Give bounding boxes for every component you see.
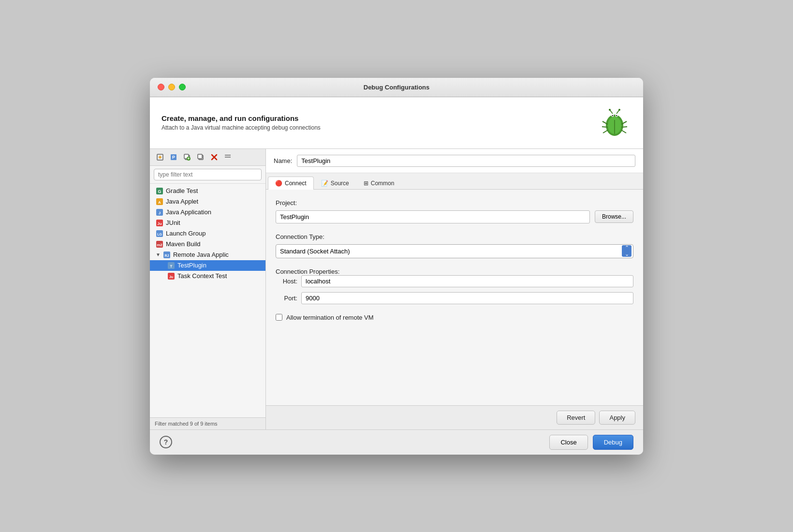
debug-bug-icon [598, 106, 631, 140]
maximize-traffic-light[interactable] [179, 84, 186, 90]
sidebar-item-gradle-test[interactable]: G Gradle Test [150, 186, 265, 196]
duplicate-button[interactable]: + [181, 152, 193, 163]
tab-label: Common [371, 180, 395, 187]
host-input[interactable] [301, 275, 633, 287]
sidebar-item-testplugin[interactable]: T TestPlugin [150, 260, 265, 271]
svg-line-10 [603, 130, 608, 133]
source-tab-icon: 📝 [321, 180, 328, 187]
tab-content-connect: Project: Browse... Connection Type: Stan… [266, 190, 643, 405]
titlebar: Debug Configurations [150, 78, 643, 97]
svg-text:Ju: Ju [169, 275, 173, 279]
sidebar-item-launch-group[interactable]: LG Launch Group [150, 228, 265, 239]
tab-source[interactable]: 📝 Source [314, 177, 356, 190]
debug-configurations-window: Debug Configurations Create, manage, and… [150, 78, 643, 455]
port-input[interactable] [301, 292, 633, 304]
sidebar-item-label: Gradle Test [166, 187, 198, 194]
tab-connect[interactable]: 🔴 Connect [268, 177, 314, 190]
sidebar-item-java-applet[interactable]: A Java Applet [150, 196, 265, 207]
new-config-type-button[interactable]: P [167, 152, 180, 163]
tab-label: Source [331, 180, 349, 187]
svg-text:LG: LG [157, 233, 162, 236]
sidebar-item-label: TestPlugin [177, 262, 206, 269]
revert-button[interactable]: Revert [557, 411, 595, 425]
connection-props-label: Connection Properties: [276, 268, 339, 275]
connection-type-label: Connection Type: [276, 233, 633, 240]
host-row: Host: [276, 275, 633, 287]
svg-text:A: A [158, 200, 161, 205]
allow-termination-checkbox[interactable] [276, 314, 282, 321]
project-row: Browse... [276, 210, 633, 223]
project-section: Project: Browse... [276, 199, 633, 223]
close-traffic-light[interactable] [158, 84, 164, 90]
tabs: 🔴 Connect 📝 Source ⊞ Common [266, 173, 643, 190]
allow-termination-label: Allow termination of remote VM [286, 314, 374, 321]
sidebar-toolbar: P + [150, 149, 265, 166]
maven-icon: m2 [156, 240, 163, 248]
sidebar-item-label: Java Application [166, 208, 211, 216]
svg-text:J: J [159, 211, 161, 215]
svg-line-9 [602, 127, 608, 127]
svg-text:P: P [172, 155, 175, 160]
junit-icon: Ju [156, 219, 163, 227]
minimize-traffic-light[interactable] [168, 84, 175, 90]
browse-button[interactable]: Browse... [595, 210, 633, 223]
sidebar-item-java-application[interactable]: J Java Application [150, 207, 265, 218]
filter-input[interactable] [154, 169, 262, 180]
new-config-button[interactable] [154, 152, 166, 163]
tab-common[interactable]: ⊞ Common [356, 177, 402, 190]
sidebar-item-remote-java-applic[interactable]: ▼ RJ Remote Java Applic [150, 250, 265, 260]
applet-icon: A [156, 198, 163, 206]
sidebar-item-maven-build[interactable]: m2 Maven Build [150, 239, 265, 250]
svg-rect-28 [198, 154, 202, 159]
svg-text:m2: m2 [157, 243, 162, 247]
name-input[interactable] [297, 155, 635, 167]
testplugin-icon: T [167, 262, 175, 269]
port-row: Port: [276, 292, 633, 304]
gradle-icon: G [156, 187, 163, 195]
collapse-button[interactable] [221, 152, 234, 163]
svg-point-6 [616, 115, 617, 116]
svg-point-16 [609, 109, 611, 111]
connect-tab-icon: 🔴 [275, 180, 282, 187]
footer-right: Close Debug [549, 435, 633, 450]
project-label: Project: [276, 199, 633, 207]
close-button[interactable]: Close [549, 435, 587, 450]
connection-type-row: Standard (Socket Attach) ⌃⌄ [276, 244, 633, 258]
svg-text:RJ: RJ [164, 254, 169, 257]
connection-type-select[interactable]: Standard (Socket Attach) [276, 244, 633, 258]
main-content: P + [150, 149, 643, 429]
sidebar-item-label: Java Applet [166, 198, 198, 205]
svg-point-17 [618, 109, 620, 111]
svg-rect-31 [225, 157, 231, 158]
svg-rect-32 [225, 155, 231, 156]
connection-type-select-wrapper: Standard (Socket Attach) ⌃⌄ [276, 244, 633, 258]
sidebar-item-label: Task Context Test [177, 272, 227, 280]
sidebar-item-junit[interactable]: Ju JUnit [150, 218, 265, 228]
tab-label: Connect [285, 180, 307, 187]
sidebar-item-label: Remote Java Applic [173, 251, 229, 258]
sidebar: P + [150, 149, 266, 429]
sidebar-item-label: Launch Group [166, 230, 206, 237]
sidebar-item-task-context-test[interactable]: Ju Task Context Test [150, 271, 265, 281]
allow-termination-row: Allow termination of remote VM [276, 314, 633, 321]
task-context-icon: Ju [167, 272, 175, 280]
copy-button[interactable] [194, 152, 207, 163]
filter-box [150, 166, 265, 184]
sidebar-footer: Filter matched 9 of 9 items [150, 417, 265, 429]
launch-icon: LG [156, 230, 163, 237]
header-text: Create, manage, and run configurations A… [162, 114, 321, 131]
apply-button[interactable]: Apply [599, 411, 635, 425]
debug-button[interactable]: Debug [593, 435, 633, 450]
sidebar-item-label: Maven Build [166, 240, 201, 248]
svg-point-5 [612, 115, 613, 116]
bottom-bar: Revert Apply [266, 405, 643, 429]
footer: ? Close Debug [150, 429, 643, 455]
help-button[interactable]: ? [160, 436, 172, 448]
svg-line-13 [621, 130, 626, 133]
header-subtext: Attach to a Java virtual machine accepti… [162, 124, 321, 131]
config-panel: Name: 🔴 Connect 📝 Source ⊞ Common [266, 149, 643, 429]
project-input[interactable] [276, 210, 590, 223]
common-tab-icon: ⊞ [364, 180, 368, 187]
java-app-icon: J [156, 208, 163, 216]
delete-button[interactable] [208, 152, 220, 163]
